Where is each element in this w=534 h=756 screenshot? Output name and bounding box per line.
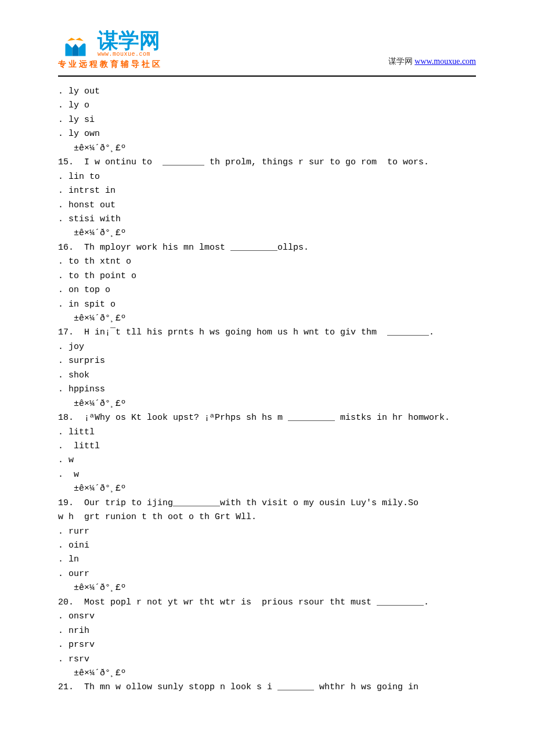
text-line: . lin to [58, 170, 476, 184]
text-line: ±ê×¼´ð°¸£º [58, 667, 476, 681]
text-line: . intrst in [58, 184, 476, 198]
text-line: 16. Th mployr work his mn lmost ________… [58, 241, 476, 255]
header-right: 谋学网 www.mouxue.com [388, 56, 476, 70]
logo-graphic-icon [58, 38, 93, 58]
text-line: . in spit o [58, 298, 476, 312]
header-link[interactable]: www.mouxue.com [414, 57, 476, 66]
text-line: . rurr [58, 525, 476, 539]
text-line: . surpris [58, 354, 476, 368]
logo-subtitle: 专业远程教育辅导社区 [58, 59, 163, 70]
text-line: . w [58, 453, 476, 467]
page-header: 谋学网 www.mouxue.com 专业远程教育辅导社区 谋学网 www.mo… [0, 0, 534, 75]
text-line: 19. Our trip to ijing_________with th vi… [58, 496, 476, 510]
text-line: . ly own [58, 127, 476, 141]
logo-area: 谋学网 www.mouxue.com 专业远程教育辅导社区 [58, 29, 163, 70]
text-line: . to th xtnt o [58, 255, 476, 269]
text-line: . hppinss [58, 383, 476, 397]
text-line: w h grt runion t th oot o th Grt Wll. [58, 510, 476, 524]
text-line: . honst out [58, 199, 476, 213]
text-line: . shok [58, 369, 476, 383]
text-line: . joy [58, 340, 476, 354]
text-line: . littl [58, 426, 476, 440]
text-line: ±ê×¼´ð°¸£º [58, 312, 476, 326]
header-right-text: 谋学网 [388, 57, 413, 66]
logo-top: 谋学网 www.mouxue.com [58, 29, 163, 58]
text-line: ±ê×¼´ð°¸£º [58, 226, 476, 240]
text-line: 15. I w ontinu to ________ th prolm, thi… [58, 156, 476, 170]
text-line: . ln [58, 553, 476, 567]
text-line: 21. Th mn w ollow sunly stopp n look s i… [58, 681, 476, 694]
text-line: . rsrv [58, 653, 476, 667]
text-line: . ly o [58, 99, 476, 113]
logo-url-text: www.mouxue.com [98, 51, 160, 57]
text-line: 17. H in¡¯t tll his prnts h ws going hom… [58, 326, 476, 340]
text-line: 20. Most popl r not yt wr tht wtr is pri… [58, 596, 476, 610]
logo-chinese-text: 谋学网 [98, 30, 160, 51]
text-line: . ly out [58, 85, 476, 99]
text-line: . nrih [58, 624, 476, 638]
text-line: . littl [58, 440, 476, 453]
logo-text-block: 谋学网 www.mouxue.com [98, 30, 160, 57]
text-line: . oini [58, 539, 476, 553]
text-line: ±ê×¼´ð°¸£º [58, 581, 476, 595]
text-line: . onsrv [58, 610, 476, 624]
text-line: 18. ¡ªWhy os Kt look upst? ¡ªPrhps sh hs… [58, 411, 476, 425]
text-line: . on top o [58, 283, 476, 297]
text-line: . w [58, 468, 476, 482]
text-line: ±ê×¼´ð°¸£º [58, 142, 476, 156]
text-line: . to th point o [58, 269, 476, 283]
text-line: . stisi with [58, 213, 476, 226]
text-line: . prsrv [58, 638, 476, 652]
logo-icon [58, 29, 93, 58]
text-line: . ly si [58, 113, 476, 127]
text-line: ±ê×¼´ð°¸£º [58, 397, 476, 411]
document-content: . ly out . ly o . ly si . ly own ±ê×¼´ð°… [0, 77, 534, 695]
text-line: . ourr [58, 567, 476, 581]
text-line: ±ê×¼´ð°¸£º [58, 482, 476, 496]
